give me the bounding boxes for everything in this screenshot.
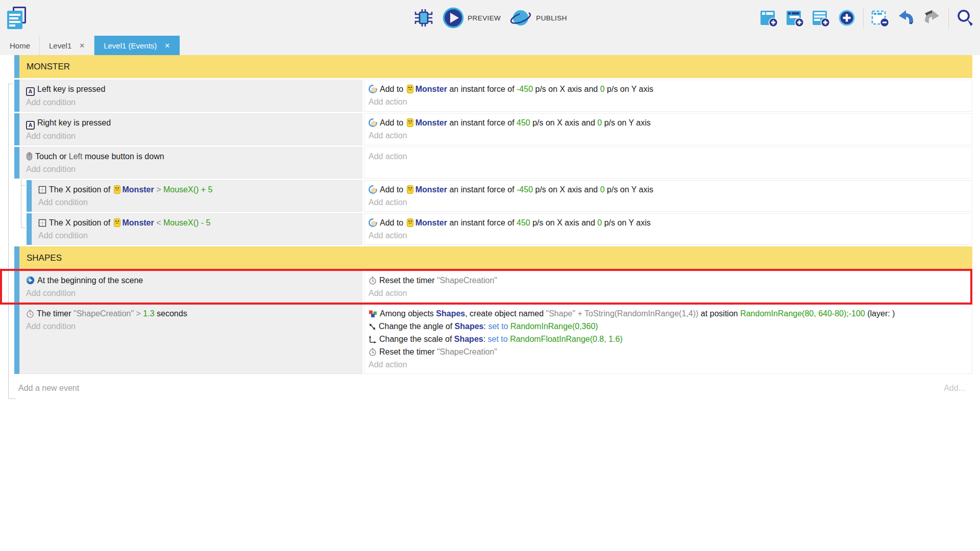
actions-cell[interactable]: Add to Monster an instant force of -450 … xyxy=(364,80,972,112)
action[interactable]: Reset the timer "ShapeCreation" xyxy=(369,274,967,287)
action[interactable]: Add to Monster an instant force of 450 p… xyxy=(369,216,967,229)
add-subevent-button[interactable] xyxy=(785,8,804,28)
add-action-link[interactable]: Add action xyxy=(369,358,967,371)
condition[interactable]: At the beginning of the scene xyxy=(26,274,357,287)
add-new-event-link[interactable]: Add a new event xyxy=(18,384,79,393)
conditions-cell[interactable]: Touch or Left mouse button is downAdd co… xyxy=(19,147,362,179)
tree-line xyxy=(8,398,16,399)
preview-button[interactable]: PREVIEW xyxy=(443,7,501,29)
object-name: Shapes xyxy=(436,309,465,318)
debugger-bug-icon xyxy=(413,8,434,28)
tab-close-icon[interactable]: ✕ xyxy=(164,42,170,49)
tab-home[interactable]: Home xyxy=(0,36,40,55)
debugger-button[interactable] xyxy=(413,8,434,28)
publish-button[interactable]: PUBLISH xyxy=(509,7,567,29)
project-manager-button[interactable] xyxy=(5,6,29,30)
event-color-bar xyxy=(27,180,32,212)
expression: RandomFloatInRange(0.8, 1.6) xyxy=(510,335,623,343)
event-row[interactable]: ARight key is pressedAdd conditionAdd to… xyxy=(0,113,972,145)
add-action-link[interactable]: Add action xyxy=(369,129,967,142)
delete-selection-icon xyxy=(870,8,890,28)
actions-cell[interactable]: Reset the timer "ShapeCreation"Add actio… xyxy=(364,271,972,303)
actions-cell[interactable]: Add action xyxy=(364,147,972,179)
condition[interactable]: The timer "ShapeCreation" > 1.3 seconds xyxy=(26,307,357,320)
add-condition-link[interactable]: Add condition xyxy=(26,320,357,333)
delete-selection-button[interactable] xyxy=(870,8,890,28)
action[interactable]: Add to Monster an instant force of -450 … xyxy=(369,183,967,196)
conditions-cell[interactable]: At the beginning of the sceneAdd conditi… xyxy=(19,271,362,303)
undo-button[interactable] xyxy=(896,8,916,28)
event-row[interactable]: The X position of Monster > MouseX() + 5… xyxy=(0,180,972,212)
tab-level1-events[interactable]: Level1 (Events)✕ xyxy=(94,36,180,55)
expression: 0 xyxy=(600,185,605,194)
action[interactable]: Add to Monster an instant force of 450 p… xyxy=(369,116,967,129)
tab-label: Level1 (Events) xyxy=(104,41,157,50)
group-header[interactable]: SHAPES xyxy=(19,246,972,269)
group-row[interactable]: MONSTER xyxy=(0,55,972,78)
condition[interactable]: Touch or Left mouse button is down xyxy=(26,150,357,163)
add-action-link[interactable]: Add action xyxy=(369,229,967,242)
action[interactable]: Add to Monster an instant force of -450 … xyxy=(369,83,967,95)
event-row[interactable]: The X position of Monster < MouseX() - 5… xyxy=(0,213,972,245)
sheet-footer: Add a new event Add... xyxy=(0,375,972,393)
add-more-link[interactable]: Add... xyxy=(944,384,965,393)
tab-level1[interactable]: Level1✕ xyxy=(40,36,94,55)
add-new-button[interactable] xyxy=(837,8,856,28)
add-condition-link[interactable]: Add condition xyxy=(26,96,357,109)
tab-label: Home xyxy=(10,41,30,50)
event-row[interactable]: The timer "ShapeCreation" > 1.3 secondsA… xyxy=(0,304,972,374)
group-label: SHAPES xyxy=(27,253,62,263)
app-toolbar: PREVIEW PUBLISH xyxy=(0,0,980,36)
tab-close-icon[interactable]: ✕ xyxy=(79,42,85,49)
expression: 0 xyxy=(597,218,602,227)
event-row[interactable]: At the beginning of the sceneAdd conditi… xyxy=(0,271,972,303)
force-icon xyxy=(369,218,377,227)
actions-cell[interactable]: Add to Monster an instant force of -450 … xyxy=(364,180,972,212)
event-row[interactable]: ALeft key is pressedAdd conditionAdd to … xyxy=(0,80,972,112)
add-event-icon xyxy=(759,8,778,28)
conditions-cell[interactable]: The X position of Monster > MouseX() + 5… xyxy=(32,180,362,212)
conditions-cell[interactable]: ARight key is pressedAdd condition xyxy=(19,113,362,145)
condition[interactable]: ALeft key is pressed xyxy=(26,83,357,96)
add-action-link[interactable]: Add action xyxy=(369,95,967,108)
gdevelop-logo-icon xyxy=(5,6,29,30)
search-button[interactable] xyxy=(955,8,975,28)
add-action-link[interactable]: Add action xyxy=(369,150,967,163)
mouse-icon xyxy=(26,152,33,161)
group-header[interactable]: MONSTER xyxy=(19,55,972,78)
publish-globe-icon xyxy=(509,7,532,29)
actions-cell[interactable]: Add to Monster an instant force of 450 p… xyxy=(364,213,972,245)
monster-thumbnail xyxy=(407,118,413,127)
add-condition-link[interactable]: Add condition xyxy=(38,229,357,242)
add-condition-link[interactable]: Add condition xyxy=(26,287,357,299)
actions-cell[interactable]: Add to Monster an instant force of 450 p… xyxy=(364,113,972,145)
add-condition-link[interactable]: Add condition xyxy=(26,163,357,176)
add-event-button[interactable] xyxy=(759,8,778,28)
conditions-cell[interactable]: The X position of Monster < MouseX() - 5… xyxy=(32,213,362,245)
conditions-cell[interactable]: ALeft key is pressedAdd condition xyxy=(19,80,362,112)
add-comment-button[interactable] xyxy=(811,8,830,28)
action[interactable]: Among objects Shapes, create object name… xyxy=(369,307,967,320)
add-action-link[interactable]: Add action xyxy=(369,196,967,209)
actions-cell[interactable]: Among objects Shapes, create object name… xyxy=(364,304,972,374)
action[interactable]: Change the angle of Shapes: set to Rando… xyxy=(369,320,967,333)
group-row[interactable]: SHAPES xyxy=(0,246,972,269)
action[interactable]: Reset the timer "ShapeCreation" xyxy=(369,345,967,358)
condition[interactable]: ARight key is pressed xyxy=(26,116,357,130)
conditions-cell[interactable]: The timer "ShapeCreation" > 1.3 secondsA… xyxy=(19,304,362,374)
redo-button[interactable] xyxy=(922,8,942,28)
add-condition-link[interactable]: Add condition xyxy=(26,130,357,142)
event-row[interactable]: Touch or Left mouse button is downAdd co… xyxy=(0,147,972,179)
add-condition-link[interactable]: Add condition xyxy=(38,196,357,209)
expression: 0 xyxy=(600,85,605,93)
condition[interactable]: The X position of Monster > MouseX() + 5 xyxy=(38,183,357,196)
condition[interactable]: The X position of Monster < MouseX() - 5 xyxy=(38,216,357,229)
event-color-bar xyxy=(14,246,19,269)
add-action-link[interactable]: Add action xyxy=(369,287,967,299)
action[interactable]: Change the scale of Shapes: set to Rando… xyxy=(369,333,967,345)
expression: -450 xyxy=(517,185,533,194)
object-reference: Monster xyxy=(113,185,154,194)
undo-icon xyxy=(896,8,916,28)
events-toolbar xyxy=(759,0,975,36)
object-name: Shapes xyxy=(454,335,483,343)
